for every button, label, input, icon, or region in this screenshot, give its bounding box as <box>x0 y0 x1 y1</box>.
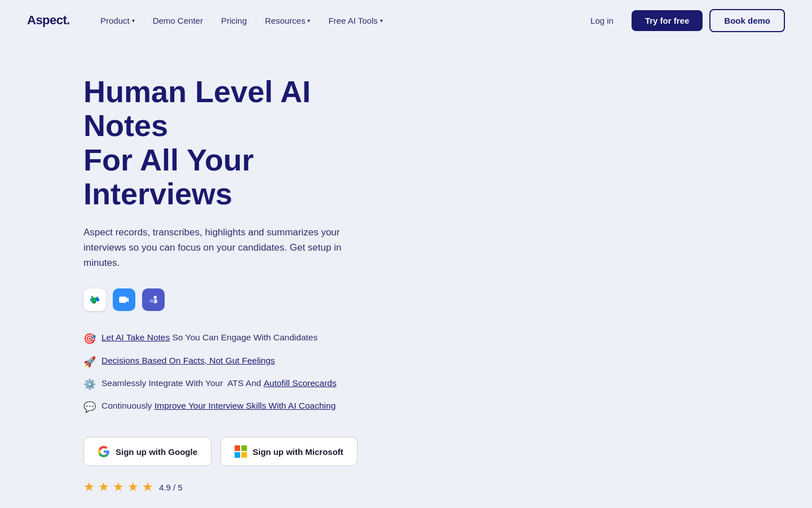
nav-actions: Log in Try for free Book demo <box>579 9 785 32</box>
book-demo-button[interactable]: Book demo <box>709 9 785 32</box>
star-icon: ★ <box>127 480 139 494</box>
feature-link-notes[interactable]: Let AI Take Notes <box>102 332 170 342</box>
signup-google-button[interactable]: Sign up with Google <box>83 437 211 466</box>
nav-item-ai-tools[interactable]: Free AI Tools ▾ <box>320 11 390 30</box>
nav-item-product[interactable]: Product ▾ <box>92 11 143 30</box>
feature-link-scorecards[interactable]: Autofill Scorecards <box>263 378 336 388</box>
coaching-icon: 💬 <box>83 400 96 414</box>
feature-item: ⚙️ Seamlessly Integrate With Your ATS An… <box>83 377 368 392</box>
google-meet-icon <box>83 288 106 311</box>
nav-item-pricing[interactable]: Pricing <box>213 11 255 30</box>
feature-item: 🚀 Decisions Based On Facts, Not Gut Feel… <box>83 354 368 369</box>
hero-subtitle: Aspect records, transcribes, highlights … <box>83 225 354 271</box>
hero-title: Human Level AI Notes For All Your Interv… <box>83 75 368 211</box>
signup-row: Sign up with Google Sign up with Microso… <box>83 437 368 466</box>
chevron-down-icon: ▾ <box>380 17 383 24</box>
chevron-down-icon: ▾ <box>307 17 310 24</box>
feature-item: 💬 Continuously Improve Your Interview Sk… <box>83 400 368 414</box>
navbar: Aspect. Product ▾ Demo Center Pricing Re… <box>0 0 812 41</box>
star-icon: ★ <box>113 480 124 494</box>
rating-score: 4.9 / 5 <box>159 483 183 492</box>
nav-links: Product ▾ Demo Center Pricing Resources … <box>92 11 579 30</box>
signup-microsoft-button[interactable]: Sign up with Microsoft <box>220 437 358 466</box>
rating-row: ★ ★ ★ ★ ★ 4.9 / 5 <box>83 480 368 494</box>
rocket-icon: 🚀 <box>83 355 96 369</box>
teams-icon: T <box>142 288 165 311</box>
feature-link-coaching[interactable]: Improve Your Interview Skills With AI Co… <box>155 401 336 410</box>
features-list: 🎯 Let AI Take Notes So You Can Engage Wi… <box>83 331 368 414</box>
settings-icon: ⚙️ <box>83 378 96 392</box>
integrations-row: T <box>83 288 368 311</box>
try-free-button[interactable]: Try for free <box>632 10 703 31</box>
microsoft-icon <box>235 445 247 458</box>
hero-section: Human Level AI Notes For All Your Interv… <box>0 41 395 508</box>
star-icon: ★ <box>98 480 109 494</box>
chevron-down-icon: ▾ <box>132 17 135 24</box>
feature-item: 🎯 Let AI Take Notes So You Can Engage Wi… <box>83 331 368 346</box>
feature-link-decisions[interactable]: Decisions Based On Facts, Not Gut Feelin… <box>102 356 275 365</box>
nav-item-resources[interactable]: Resources ▾ <box>257 11 319 30</box>
svg-point-3 <box>154 296 157 299</box>
zoom-icon <box>113 288 135 311</box>
google-icon <box>98 445 110 458</box>
target-icon: 🎯 <box>83 332 96 346</box>
logo[interactable]: Aspect. <box>27 13 70 28</box>
star-icon: ★ <box>142 480 153 494</box>
nav-item-demo[interactable]: Demo Center <box>145 11 211 30</box>
login-button[interactable]: Log in <box>579 10 625 31</box>
star-icon: ★ <box>83 480 95 494</box>
